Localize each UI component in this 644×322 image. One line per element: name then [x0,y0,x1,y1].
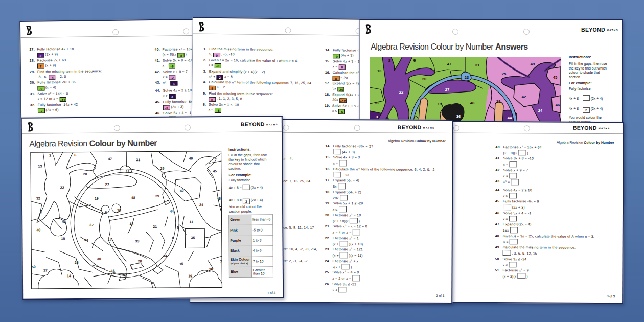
svg-text:30: 30 [97,257,101,261]
svg-text:24: 24 [199,203,203,206]
svg-text:20: 20 [422,77,426,81]
svg-text:32: 32 [375,101,379,105]
svg-text:48: 48 [470,101,474,105]
svg-text:13: 13 [38,165,42,168]
svg-text:33: 33 [135,239,140,243]
svg-text:13: 13 [377,68,381,73]
svg-text:3: 3 [40,211,42,214]
svg-text:12: 12 [108,238,112,242]
svg-text:2: 2 [388,58,390,63]
svg-text:26: 26 [75,261,79,264]
svg-text:4: 4 [105,210,107,214]
svg-text:49: 49 [531,62,535,66]
svg-text:31: 31 [475,63,480,67]
svg-text:39: 39 [188,274,192,278]
svg-text:29: 29 [155,194,159,198]
svg-text:7: 7 [220,260,222,263]
svg-text:27: 27 [105,183,109,187]
svg-text:41: 41 [85,238,89,242]
svg-text:17: 17 [43,268,48,272]
svg-text:23: 23 [126,170,130,173]
svg-text:25: 25 [502,72,507,76]
svg-text:15: 15 [179,262,183,266]
svg-text:37: 37 [89,223,94,227]
svg-text:10: 10 [61,237,65,240]
svg-text:36: 36 [117,208,121,212]
svg-text:45: 45 [213,169,217,173]
svg-text:3: 3 [376,114,378,119]
svg-text:22: 22 [60,186,64,189]
svg-text:42: 42 [522,95,526,99]
svg-text:44: 44 [170,210,174,213]
svg-text:50: 50 [32,265,36,269]
svg-text:43: 43 [62,220,66,223]
svg-text:28: 28 [138,259,142,263]
svg-text:1: 1 [131,266,133,269]
svg-text:23: 23 [465,75,469,80]
svg-text:25: 25 [160,167,165,170]
svg-text:2: 2 [49,153,51,157]
svg-text:24: 24 [538,108,543,113]
svg-text:6: 6 [74,153,76,157]
svg-text:38: 38 [209,267,213,271]
svg-text:34: 34 [163,254,167,258]
svg-text:48: 48 [131,196,135,199]
svg-text:51: 51 [151,281,155,285]
svg-text:42: 42 [180,189,184,193]
svg-text:16: 16 [111,269,115,273]
svg-text:5: 5 [177,226,179,229]
svg-text:35: 35 [191,236,195,239]
svg-text:36: 36 [456,114,461,119]
svg-text:27: 27 [445,87,449,92]
svg-text:49: 49 [189,156,193,160]
svg-text:19: 19 [438,102,442,106]
svg-text:47: 47 [447,62,451,66]
svg-text:14: 14 [67,274,71,278]
svg-text:20: 20 [83,172,87,176]
svg-text:31: 31 [136,158,140,162]
svg-text:21: 21 [153,225,157,228]
svg-text:29: 29 [496,99,500,104]
svg-text:18: 18 [129,222,133,225]
svg-text:22: 22 [399,90,403,95]
svg-text:11: 11 [189,220,193,223]
svg-text:45: 45 [553,75,558,80]
svg-text:40: 40 [36,228,40,232]
svg-text:47: 47 [108,157,112,161]
svg-text:6: 6 [413,58,416,63]
svg-text:19: 19 [95,197,99,200]
svg-text:8: 8 [172,236,174,240]
svg-text:46: 46 [217,197,221,200]
svg-text:44: 44 [508,116,512,120]
svg-text:46: 46 [556,103,560,107]
svg-text:32: 32 [36,197,40,200]
